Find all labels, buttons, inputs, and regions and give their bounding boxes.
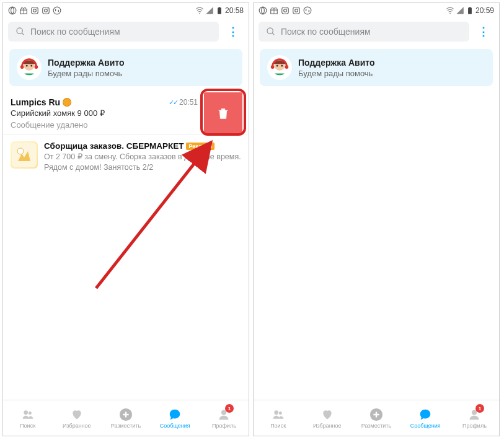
svg-point-5 bbox=[36, 9, 37, 9]
support-subtitle: Будем рады помочь bbox=[48, 69, 125, 78]
shazam-icon bbox=[53, 6, 61, 15]
status-bar: 20:58 bbox=[3, 3, 249, 18]
status-bar: 20:59 bbox=[254, 3, 499, 18]
bottom-nav: Поиск Избранное Разместить Сообщения 1 П… bbox=[254, 400, 499, 436]
ad-badge: Реклама bbox=[186, 143, 214, 150]
nav-label: Избранное bbox=[63, 423, 91, 429]
search-icon bbox=[15, 27, 25, 37]
more-menu-button[interactable]: ⋮ bbox=[223, 25, 244, 38]
svg-point-0 bbox=[9, 7, 16, 14]
battery-icon bbox=[466, 6, 474, 15]
svg-point-13 bbox=[17, 28, 22, 33]
instagram-icon bbox=[30, 6, 39, 15]
chat-name: Lumpics Ru bbox=[11, 97, 60, 107]
svg-point-7 bbox=[45, 9, 48, 12]
nav-search[interactable]: Поиск bbox=[254, 400, 303, 436]
nav-messages[interactable]: Сообщения bbox=[401, 400, 450, 436]
support-subtitle: Будем рады помочь bbox=[298, 69, 375, 78]
nav-post[interactable]: Разместить bbox=[351, 400, 400, 436]
gift-icon bbox=[19, 6, 28, 15]
wifi-icon bbox=[195, 6, 204, 15]
svg-point-48 bbox=[278, 411, 281, 415]
svg-rect-39 bbox=[469, 7, 471, 7]
support-avatar-icon bbox=[17, 55, 42, 80]
read-checks-icon: ✓✓ bbox=[169, 99, 177, 107]
svg-point-9 bbox=[53, 7, 61, 14]
svg-rect-38 bbox=[468, 7, 472, 14]
svg-point-16 bbox=[26, 65, 28, 67]
nav-post[interactable]: Разместить bbox=[101, 400, 150, 436]
notification-badge: 1 bbox=[475, 404, 484, 413]
ad-text: От 2 700 ₽ за смену. Сборка заказов в дн… bbox=[44, 152, 241, 173]
nav-messages[interactable]: Сообщения bbox=[151, 400, 200, 436]
search-input[interactable]: Поиск по сообщениям bbox=[259, 22, 469, 42]
trash-icon bbox=[216, 107, 230, 120]
search-input[interactable]: Поиск по сообщениям bbox=[8, 22, 219, 42]
svg-point-19 bbox=[35, 65, 38, 69]
signal-icon bbox=[205, 6, 214, 15]
opera-icon bbox=[8, 6, 17, 15]
svg-point-44 bbox=[281, 65, 283, 67]
delete-button[interactable] bbox=[204, 92, 242, 134]
svg-point-37 bbox=[449, 13, 451, 14]
svg-point-45 bbox=[271, 65, 275, 69]
instagram-icon bbox=[281, 6, 290, 15]
svg-point-35 bbox=[298, 9, 298, 9]
opera-icon bbox=[259, 6, 267, 15]
nav-label: Избранное bbox=[313, 423, 342, 429]
ad-row[interactable]: Сборщица заказов. СБЕРМАРКЕТ Реклама От … bbox=[3, 135, 249, 179]
heart-icon bbox=[71, 408, 83, 421]
svg-rect-12 bbox=[219, 7, 220, 7]
nav-label: Поиск bbox=[20, 423, 35, 429]
svg-point-36 bbox=[304, 7, 311, 14]
svg-point-28 bbox=[262, 7, 265, 13]
svg-point-43 bbox=[276, 65, 278, 67]
svg-point-23 bbox=[24, 410, 28, 415]
support-title: Поддержка Авито bbox=[298, 58, 375, 68]
more-menu-button[interactable]: ⋮ bbox=[473, 25, 494, 38]
nav-favorites[interactable]: Избранное bbox=[303, 400, 351, 436]
svg-point-10 bbox=[199, 13, 200, 14]
heart-icon bbox=[321, 408, 334, 421]
status-time: 20:58 bbox=[225, 6, 244, 15]
svg-point-24 bbox=[28, 411, 31, 415]
search-row: Поиск по сообщениям ⋮ bbox=[3, 18, 249, 45]
svg-point-1 bbox=[11, 7, 14, 13]
shazam-icon bbox=[303, 6, 312, 15]
svg-rect-30 bbox=[282, 7, 289, 14]
instagram-icon-2 bbox=[292, 6, 301, 15]
plus-circle-icon bbox=[119, 408, 133, 421]
nav-label: Сообщения bbox=[410, 423, 441, 429]
svg-point-40 bbox=[267, 28, 273, 33]
instagram-icon-2 bbox=[42, 6, 50, 15]
support-card[interactable]: Поддержка Авито Будем рады помочь bbox=[260, 49, 493, 86]
ad-title: Сборщица заказов. СБЕРМАРКЕТ bbox=[44, 141, 183, 151]
chat-bubble-icon bbox=[168, 408, 182, 421]
nav-profile[interactable]: 1 Профиль bbox=[200, 400, 249, 436]
svg-rect-3 bbox=[32, 7, 38, 14]
signal-icon bbox=[456, 6, 464, 15]
nav-label: Разместить bbox=[111, 423, 141, 429]
people-icon bbox=[22, 408, 34, 421]
svg-point-27 bbox=[259, 7, 267, 14]
svg-rect-6 bbox=[43, 7, 50, 14]
svg-rect-20 bbox=[12, 143, 37, 167]
chat-row[interactable]: Lumpics Ru ✓✓ 20:51 Сирийский хомяк 9 00… bbox=[3, 92, 249, 135]
support-card[interactable]: Поддержка Авито Будем рады помочь bbox=[9, 49, 242, 86]
phone-right: 20:59 Поиск по сообщениям ⋮ Поддержка Ав… bbox=[253, 2, 500, 436]
svg-point-31 bbox=[284, 9, 287, 12]
nav-label: Профиль bbox=[212, 423, 236, 429]
search-placeholder: Поиск по сообщениям bbox=[281, 27, 371, 37]
nav-favorites[interactable]: Избранное bbox=[52, 400, 101, 436]
nav-label: Поиск bbox=[270, 423, 286, 429]
svg-point-47 bbox=[274, 410, 278, 415]
nav-profile[interactable]: 1 Профиль bbox=[450, 400, 499, 436]
support-title: Поддержка Авито bbox=[48, 58, 125, 68]
notification-badge: 1 bbox=[225, 404, 234, 413]
chat-time: 20:51 bbox=[179, 98, 198, 107]
support-avatar-icon bbox=[267, 55, 292, 80]
svg-rect-33 bbox=[293, 7, 300, 14]
gift-icon bbox=[270, 6, 278, 15]
nav-search[interactable]: Поиск bbox=[3, 400, 52, 436]
svg-point-46 bbox=[285, 65, 289, 69]
